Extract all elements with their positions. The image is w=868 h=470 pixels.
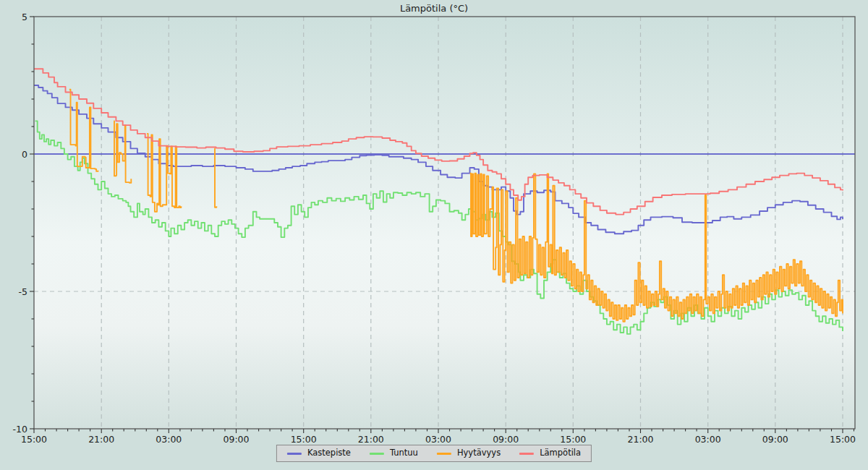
x-tick-label: 15:00	[21, 434, 47, 445]
kastepiste-line-icon	[287, 453, 302, 455]
hyytavyys-line-icon	[437, 453, 451, 455]
y-tick-label: 0	[22, 149, 27, 160]
legend-label: Kastepiste	[307, 449, 351, 458]
chart-legend: Kastepiste Tuntuu Hyytävyys Lämpötila	[276, 445, 592, 462]
x-tick-label: 09:00	[493, 434, 519, 445]
x-tick-label: 15:00	[560, 434, 586, 445]
legend-label: Lämpötila	[540, 449, 581, 458]
chart-svg: 15:0021:0003:0009:0015:0021:0003:0009:00…	[0, 0, 868, 470]
x-tick-label: 09:00	[223, 434, 249, 445]
x-tick-label: 15:00	[830, 434, 856, 445]
chart-title: Lämpötila (°C)	[0, 3, 868, 14]
lampotila-line-icon	[519, 453, 534, 455]
y-tick-label: -10	[13, 424, 27, 435]
x-tick-label: 03:00	[425, 434, 451, 445]
x-tick-label: 21:00	[627, 434, 653, 445]
legend-item-hyytavyys: Hyytävyys	[437, 449, 501, 458]
legend-item-tuntuu: Tuntuu	[370, 449, 418, 458]
x-tick-label: 03:00	[156, 434, 182, 445]
x-tick-label: 15:00	[291, 434, 317, 445]
temperature-chart: 15:0021:0003:0009:0015:0021:0003:0009:00…	[0, 0, 868, 470]
legend-item-lampotila: Lämpötila	[519, 449, 581, 458]
x-tick-label: 21:00	[358, 434, 384, 445]
legend-label: Hyytävyys	[457, 449, 501, 458]
legend-label: Tuntuu	[390, 449, 418, 458]
x-tick-label: 09:00	[762, 434, 788, 445]
tuntuu-line-icon	[370, 453, 384, 455]
x-tick-label: 21:00	[88, 434, 114, 445]
legend-item-kastepiste: Kastepiste	[287, 449, 351, 458]
x-tick-label: 03:00	[695, 434, 721, 445]
y-tick-label: -5	[19, 286, 27, 297]
plot-area	[34, 17, 855, 429]
